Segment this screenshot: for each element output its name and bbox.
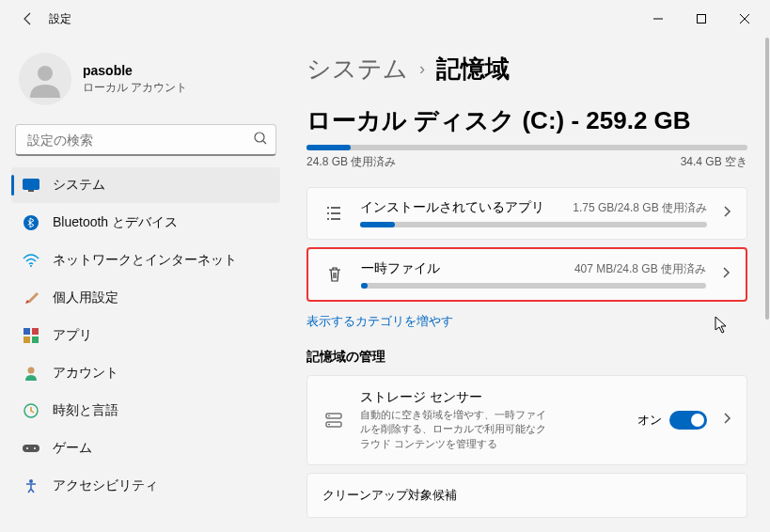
svg-point-18 xyxy=(29,479,33,483)
svg-line-4 xyxy=(263,141,266,144)
nav-label: 時刻と言語 xyxy=(53,402,118,419)
svg-point-7 xyxy=(24,215,39,230)
storage-icon xyxy=(322,409,345,431)
nav-item-gaming[interactable]: ゲーム xyxy=(11,430,280,466)
account-icon xyxy=(23,365,39,382)
breadcrumb-parent[interactable]: システム xyxy=(306,53,408,86)
main-content: システム › 記憶域 ローカル ディスク (C:) - 259.2 GB 24.… xyxy=(291,38,770,532)
nav-item-accessibility[interactable]: アクセシビリティ xyxy=(11,468,280,504)
user-name: pasoble xyxy=(83,63,187,78)
nav-item-network[interactable]: ネットワークとインターネット xyxy=(11,243,280,278)
svg-point-2 xyxy=(38,66,53,81)
nav-item-time[interactable]: 時刻と言語 xyxy=(11,393,280,429)
category-sub: 407 MB/24.8 GB 使用済み xyxy=(574,261,706,277)
arrow-left-icon xyxy=(21,11,36,26)
nav-label: アカウント xyxy=(53,365,118,382)
avatar xyxy=(19,53,71,105)
accessibility-icon xyxy=(23,477,39,494)
svg-rect-12 xyxy=(32,336,39,343)
svg-rect-5 xyxy=(24,180,39,190)
nav-item-bluetooth[interactable]: Bluetooth とデバイス xyxy=(11,205,280,241)
storage-sense-desc: 自動的に空き領域を増やす、一時ファイルを削除する、ローカルで利用可能なクラウド … xyxy=(360,408,548,451)
maximize-button[interactable] xyxy=(680,4,723,34)
disk-free-label: 34.4 GB 空き xyxy=(681,154,747,170)
svg-rect-1 xyxy=(698,15,706,23)
minimize-icon xyxy=(653,14,663,23)
svg-point-3 xyxy=(255,133,264,142)
window-title: 設定 xyxy=(49,11,71,27)
toggle-label: オン xyxy=(637,412,662,429)
storage-sense-toggle[interactable] xyxy=(669,411,707,430)
nav-item-accounts[interactable]: アカウント xyxy=(11,355,280,391)
nav-label: ゲーム xyxy=(53,440,92,457)
show-more-categories-link[interactable]: 表示するカテゴリを増やす xyxy=(306,313,453,330)
category-bar xyxy=(361,283,706,289)
sidebar: pasoble ローカル アカウント システム Bluetooth とデバイス … xyxy=(0,38,291,532)
apps-icon xyxy=(23,327,39,344)
monitor-icon xyxy=(23,177,39,194)
user-profile[interactable]: pasoble ローカル アカウント xyxy=(11,45,280,120)
titlebar: 設定 xyxy=(0,0,770,38)
nav-item-apps[interactable]: アプリ xyxy=(11,318,280,353)
disk-usage-fill xyxy=(306,145,351,150)
search-input[interactable] xyxy=(15,124,276,156)
cleanup-title: クリーンアップ対象候補 xyxy=(322,488,457,502)
chevron-right-icon xyxy=(722,412,731,429)
nav-item-system[interactable]: システム xyxy=(11,167,280,203)
category-installed-apps[interactable]: インストールされているアプリ 1.75 GB/24.8 GB 使用済み xyxy=(306,187,747,240)
close-icon xyxy=(740,14,749,23)
cleanup-card[interactable]: クリーンアップ対象候補 xyxy=(306,473,747,518)
category-title: 一時ファイル xyxy=(361,260,440,277)
chevron-right-icon xyxy=(721,266,731,283)
svg-point-13 xyxy=(28,368,35,374)
close-button[interactable] xyxy=(723,4,766,34)
svg-rect-6 xyxy=(28,190,34,192)
section-title-manage: 記憶域の管理 xyxy=(306,349,747,366)
gamepad-icon xyxy=(23,440,39,457)
nav-label: ネットワークとインターネット xyxy=(53,252,237,269)
trash-icon xyxy=(323,263,346,286)
breadcrumb-current: 記憶域 xyxy=(436,53,510,86)
maximize-icon xyxy=(697,14,706,23)
svg-point-16 xyxy=(26,447,28,449)
scrollbar[interactable] xyxy=(765,38,769,320)
svg-point-17 xyxy=(34,447,36,449)
search-icon xyxy=(254,132,267,149)
nav-list: システム Bluetooth とデバイス ネットワークとインターネット 個人用設… xyxy=(11,167,280,504)
category-title: インストールされているアプリ xyxy=(360,199,544,216)
disk-title: ローカル ディスク (C:) - 259.2 GB xyxy=(306,104,747,137)
nav-label: アクセシビリティ xyxy=(53,477,158,494)
breadcrumb: システム › 記憶域 xyxy=(306,53,747,86)
svg-point-22 xyxy=(328,424,330,426)
nav-label: 個人用設定 xyxy=(53,289,118,306)
storage-sense-title: ストレージ センサー xyxy=(360,389,622,406)
svg-point-21 xyxy=(328,415,330,417)
disk-used-label: 24.8 GB 使用済み xyxy=(306,154,396,170)
nav-label: Bluetooth とデバイス xyxy=(53,214,178,231)
back-button[interactable] xyxy=(19,9,38,28)
svg-rect-11 xyxy=(24,336,30,343)
category-temp-files[interactable]: 一時ファイル 407 MB/24.8 GB 使用済み xyxy=(306,247,747,302)
chevron-right-icon: › xyxy=(419,59,425,79)
chevron-right-icon xyxy=(722,205,731,222)
svg-rect-15 xyxy=(23,445,39,452)
disk-usage-bar xyxy=(306,145,747,150)
nav-label: アプリ xyxy=(53,327,92,344)
person-icon xyxy=(26,60,64,98)
brush-icon xyxy=(23,289,39,306)
storage-sense-card[interactable]: ストレージ センサー 自動的に空き領域を増やす、一時ファイルを削除する、ローカル… xyxy=(306,375,747,465)
list-icon xyxy=(322,202,345,225)
nav-label: システム xyxy=(53,177,105,194)
svg-rect-9 xyxy=(24,328,30,335)
bluetooth-icon xyxy=(23,214,39,231)
clock-icon xyxy=(23,402,39,419)
search-box xyxy=(15,124,276,156)
category-sub: 1.75 GB/24.8 GB 使用済み xyxy=(573,200,707,216)
user-sub: ローカル アカウント xyxy=(83,80,187,96)
svg-rect-10 xyxy=(32,328,39,335)
category-bar xyxy=(360,222,707,227)
svg-point-8 xyxy=(30,265,32,267)
minimize-button[interactable] xyxy=(636,4,680,34)
wifi-icon xyxy=(23,252,39,269)
nav-item-personalization[interactable]: 個人用設定 xyxy=(11,280,280,316)
